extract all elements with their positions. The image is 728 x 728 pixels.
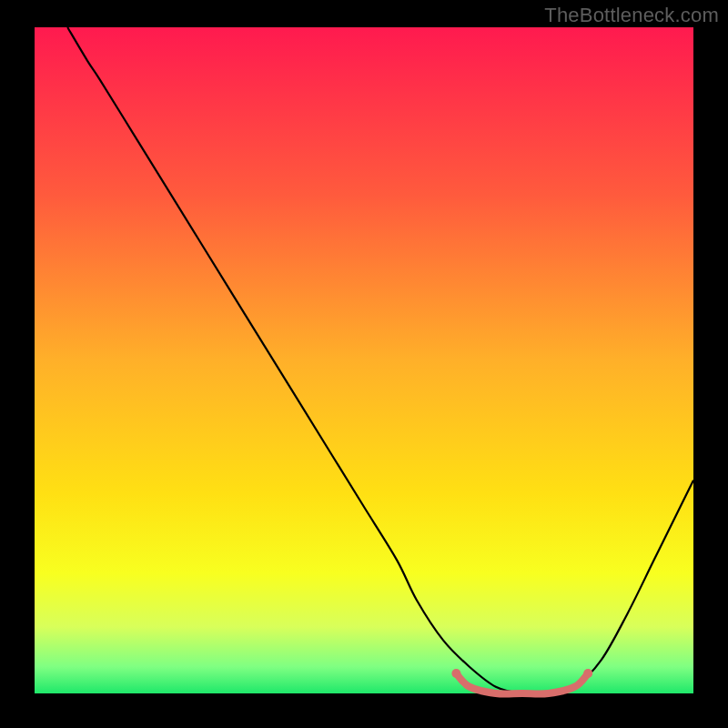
bottleneck-chart — [0, 0, 728, 728]
watermark-text: TheBottleneck.com — [544, 4, 719, 27]
optimal-region-end — [583, 669, 592, 678]
optimal-region-start — [451, 669, 460, 678]
plot-background — [35, 27, 693, 693]
chart-container: TheBottleneck.com — [0, 0, 728, 728]
